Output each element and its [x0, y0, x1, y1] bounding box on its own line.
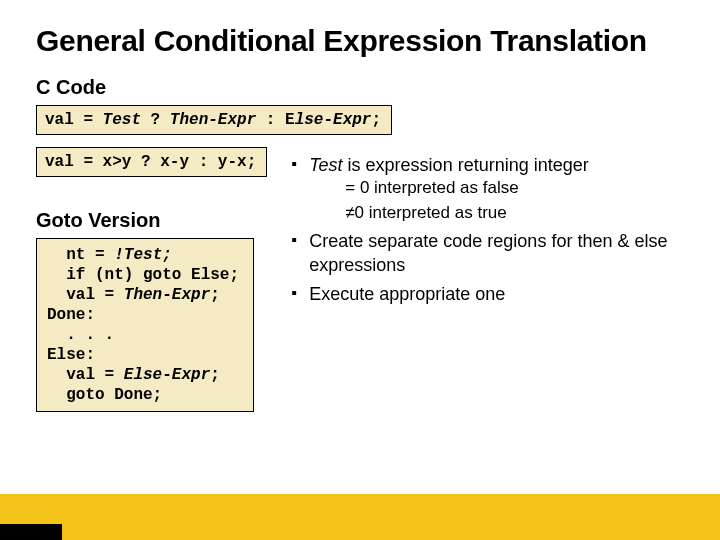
right-column: Test is expression returning integer = 0… [291, 147, 684, 310]
bullet-1-sub-1: = 0 interpreted as false [309, 177, 684, 200]
slide-content: General Conditional Expression Translati… [0, 0, 720, 424]
bullet-1-sub-2-rest: 0 interpreted as true [355, 203, 507, 222]
two-column-layout: val = x>y ? x-y : y-x; Goto Version nt =… [36, 147, 684, 424]
bullet-1: Test is expression returning integer = 0… [291, 153, 684, 225]
goto-code: nt = !Test; if (nt) goto Else; val = The… [47, 246, 239, 404]
page-title: General Conditional Expression Translati… [36, 24, 684, 58]
code-box-example: val = x>y ? x-y : y-x; [36, 147, 267, 177]
bullet-3: Execute appropriate one [291, 282, 684, 306]
bullet-1-sub-2: ≠0 interpreted as true [309, 202, 684, 225]
left-column: val = x>y ? x-y : y-x; Goto Version nt =… [36, 147, 267, 424]
bullet-1-lead: Test [309, 155, 342, 175]
bullet-1-rest: is expression returning integer [343, 155, 589, 175]
c-code-heading: C Code [36, 76, 684, 99]
goto-heading: Goto Version [36, 209, 267, 232]
bullet-list: Test is expression returning integer = 0… [291, 153, 684, 306]
footer-bar [0, 494, 720, 540]
bullet-2: Create separate code regions for then & … [291, 229, 684, 278]
neq-symbol: ≠ [345, 203, 354, 222]
code-general-text: val = Test ? Then-Expr : Else-Expr; [45, 111, 381, 129]
code-box-general: val = Test ? Then-Expr : Else-Expr; [36, 105, 392, 135]
code-box-goto: nt = !Test; if (nt) goto Else; val = The… [36, 238, 254, 412]
footer-notch [0, 524, 62, 540]
